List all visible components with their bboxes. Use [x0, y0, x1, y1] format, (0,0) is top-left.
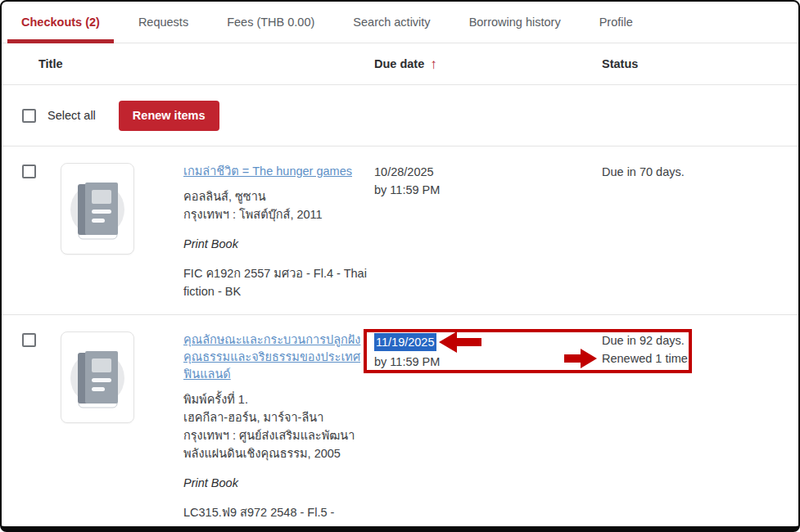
row-status-cell: Due in 70 days. — [602, 163, 798, 314]
status-text: Due in 70 days. — [602, 163, 798, 181]
sort-ascending-icon: ↑ — [430, 57, 437, 71]
tab-bar: Checkouts (2) Requests Fees (THB 0.00) S… — [2, 2, 798, 43]
status-text: Due in 92 days. — [602, 331, 798, 349]
due-date-value-selected: 11/19/2025 — [374, 333, 436, 351]
tab-requests[interactable]: Requests — [124, 2, 202, 43]
select-all-label: Select all — [47, 109, 96, 122]
annotation-arrow-right-icon — [564, 349, 597, 368]
library-account-checkouts-page: Checkouts (2) Requests Fees (THB 0.00) S… — [0, 0, 800, 532]
tab-borrowing-history[interactable]: Borrowing history — [455, 2, 575, 43]
book-title-link[interactable]: คุณลักษณะและกระบวนการปลูกฝังคุณธรรมและจร… — [183, 331, 374, 383]
row-cover-cell — [61, 331, 183, 532]
column-header-title: Title — [38, 57, 374, 70]
checkout-row-2: คุณลักษณะและกระบวนการปลูกฝังคุณธรรมและจร… — [2, 315, 798, 527]
book-title-link[interactable]: เกมล่าชีวิต = The hunger games — [183, 163, 352, 180]
row-cover-cell — [61, 163, 183, 314]
row-details-cell: คุณลักษณะและกระบวนการปลูกฝังคุณธรรมและจร… — [183, 331, 374, 532]
book-cover-placeholder-icon — [67, 173, 128, 245]
row-2-checkbox[interactable] — [22, 333, 36, 347]
table-header-row: Title Due date ↑ Status — [2, 43, 798, 85]
book-cover-card — [61, 331, 134, 423]
due-time-value: by 11:59 PM — [374, 181, 602, 199]
book-format: Print Book — [183, 476, 374, 489]
book-call-number: FIC ค192ก 2557 มศวอ - Fl.4 - Thai fictio… — [183, 264, 374, 300]
row-status-cell: Due in 92 days. Renewed 1 time. — [602, 331, 798, 532]
row-details-cell: เกมล่าชีวิต = The hunger games คอลลินส์,… — [183, 163, 374, 314]
book-publisher: กรุงเทพฯ : ศูนย์ส่งเสริมและพัฒนาพลังแผ่น… — [183, 426, 374, 462]
tab-profile[interactable]: Profile — [585, 2, 647, 43]
row-checkbox-cell — [22, 163, 61, 314]
book-edition: พิมพ์ครั้งที่ 1. — [183, 390, 374, 408]
due-date-value: 10/28/2025 — [374, 163, 602, 181]
tab-search-activity[interactable]: Search activity — [339, 2, 444, 43]
renewed-text: Renewed 1 time. — [602, 352, 691, 365]
column-header-due-date[interactable]: Due date ↑ — [374, 57, 602, 71]
book-cover-card — [61, 163, 134, 255]
column-header-status: Status — [602, 57, 798, 70]
tab-fees[interactable]: Fees (THB 0.00) — [213, 2, 328, 43]
checkout-row-1: เกมล่าชีวิต = The hunger games คอลลินส์,… — [2, 147, 798, 315]
book-cover-placeholder-icon — [67, 341, 128, 413]
book-author: คอลลินส์, ซูซาน — [183, 187, 374, 205]
row-due-date-cell: 10/28/2025 by 11:59 PM — [374, 163, 602, 314]
select-all-checkbox[interactable] — [22, 109, 36, 123]
book-call-number: LC315.ฟ9 ส972 2548 - Fl.5 - MORAL Corner… — [183, 503, 374, 532]
row-1-checkbox[interactable] — [22, 165, 36, 178]
tab-checkouts[interactable]: Checkouts (2) — [7, 2, 114, 43]
row-checkbox-cell — [22, 331, 61, 532]
book-format: Print Book — [183, 237, 374, 250]
bulk-actions-row: Select all Renew items — [2, 85, 798, 147]
book-publisher: กรุงเทพฯ : โพสต์บุ๊กส์, 2011 — [183, 205, 374, 223]
renew-items-button[interactable]: Renew items — [119, 101, 219, 131]
due-date-header-label: Due date — [374, 57, 424, 70]
annotation-arrow-left-icon — [439, 331, 481, 353]
book-author: เฮคกีลา-ฮอร์น, มาร์จา-ลีนา — [183, 408, 374, 426]
